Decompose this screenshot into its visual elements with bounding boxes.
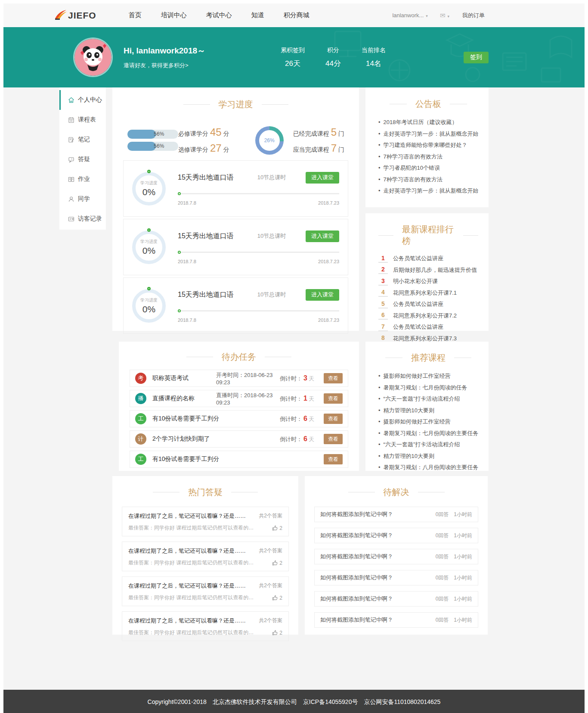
nav-home[interactable]: 首页 bbox=[129, 11, 142, 19]
copyright-text: Copyright©2001-2018 北京杰佛软件技术开发有限公司 京ICP备… bbox=[148, 698, 441, 706]
pending-item: 如何将截图添加到笔记中啊？ 0回答1小时前 bbox=[314, 570, 478, 585]
view-button[interactable]: 查看 bbox=[324, 414, 343, 424]
ranking-item[interactable]: 3明小花水彩公开课 bbox=[378, 276, 478, 287]
logo[interactable]: JIEFO bbox=[54, 9, 96, 22]
pending-question[interactable]: 如何将截图添加到笔记中啊？ bbox=[320, 553, 393, 560]
recommended-item[interactable]: “六天一套题”打卡活动流程介绍 bbox=[378, 393, 478, 405]
pending-question[interactable]: 如何将截图添加到笔记中啊？ bbox=[320, 574, 393, 582]
section-title-announcements: 公告板 bbox=[378, 98, 478, 110]
sidebar-item-personal-center[interactable]: 个人中心 bbox=[59, 90, 106, 110]
course-title[interactable]: 15天秀出地道口语 bbox=[178, 173, 234, 182]
logo-swoosh-icon bbox=[54, 9, 67, 22]
announcement-item[interactable]: 走好英语学习第一步：就从新概念开始 bbox=[378, 185, 478, 197]
due-courses-label: 应当完成课程7门 bbox=[293, 142, 344, 154]
my-orders-link[interactable]: 我的订单 bbox=[462, 12, 485, 19]
section-title-ranking: 最新课程排行榜 bbox=[378, 224, 478, 247]
username-dropdown[interactable]: lanlanwork...▾ bbox=[392, 12, 428, 19]
countdown: 倒计时：1天 bbox=[280, 395, 314, 403]
thumbs-up-icon bbox=[272, 595, 278, 601]
announcement-item[interactable]: 2018年考试日历（建议收藏） bbox=[378, 117, 478, 128]
elective-credit-label: 选修课学分27分 bbox=[178, 142, 229, 154]
course-timeline bbox=[178, 251, 339, 254]
view-button[interactable]: 查看 bbox=[324, 373, 343, 383]
pending-item: 如何将截图添加到笔记中啊？ 0回答1小时前 bbox=[314, 549, 478, 564]
sidebar-item-notes[interactable]: 笔记 bbox=[59, 130, 106, 149]
ranking-item[interactable]: 2后期做好那几步，能迅速提升价值 bbox=[378, 265, 478, 276]
sidebar-item-homework[interactable]: 作业 bbox=[59, 169, 106, 189]
view-button[interactable]: 查看 bbox=[324, 393, 343, 404]
course-lessons: 10节总课时 bbox=[257, 291, 286, 299]
view-button[interactable]: 查看 bbox=[324, 454, 343, 464]
todo-row-grading: 工 有10份试卷需要手工判分 查看 bbox=[130, 451, 348, 468]
stat-points: 积分 44分 bbox=[325, 47, 341, 68]
likes[interactable]: 2 bbox=[272, 525, 282, 531]
mail-dropdown[interactable]: ✉▾ bbox=[440, 12, 449, 19]
section-title-todo: 待办任务 bbox=[130, 351, 348, 363]
nav-points-mall[interactable]: 积分商城 bbox=[284, 11, 309, 19]
invite-friends-link[interactable]: 邀请好友，获得更多积分> bbox=[124, 62, 240, 69]
pending-question[interactable]: 如何将截图添加到笔记中啊？ bbox=[320, 532, 393, 539]
pending-question[interactable]: 如何将截图添加到笔记中啊？ bbox=[320, 616, 393, 624]
sign-in-button[interactable]: 签到 bbox=[464, 52, 489, 63]
qa-item: 在课程过期了之后，笔记还可以看嘛？还是……共2个答案 最佳答案：同学你好 课程过… bbox=[122, 576, 289, 606]
recommended-item[interactable]: 精力管理的10大要则 bbox=[378, 451, 478, 462]
sidebar-item-qa[interactable]: 答疑 bbox=[59, 149, 106, 169]
recommended-item[interactable]: 精力管理的10大要则 bbox=[378, 405, 478, 417]
completed-courses-label: 已经完成课程5门 bbox=[293, 126, 344, 138]
nav-exam-center[interactable]: 考试中心 bbox=[206, 11, 232, 19]
nav-training-center[interactable]: 培训中心 bbox=[161, 11, 187, 19]
ranking-item[interactable]: 7公务员笔试公益讲座 bbox=[378, 321, 478, 333]
enter-classroom-button[interactable]: 进入课堂 bbox=[306, 230, 339, 242]
home-icon bbox=[68, 97, 74, 103]
course-title[interactable]: 15天秀出地道口语 bbox=[178, 232, 234, 241]
course-completion-donut: 26% bbox=[255, 126, 284, 155]
qa-question[interactable]: 在课程过期了之后，笔记还可以看嘛？还是…… bbox=[128, 547, 246, 555]
ranking-item[interactable]: 6花间意系列水彩公开课7.2 bbox=[378, 310, 478, 322]
sidebar-item-visitor-log[interactable]: 访客记录 bbox=[59, 209, 106, 229]
view-button[interactable]: 查看 bbox=[324, 434, 343, 444]
likes[interactable]: 2 bbox=[272, 595, 282, 601]
recommended-item[interactable]: 暑期复习规划：七月份阅读的主要任务 bbox=[378, 428, 478, 439]
announcement-item[interactable]: 7种学习语言的有效方法 bbox=[378, 151, 478, 163]
note-pen-icon bbox=[68, 137, 74, 143]
announcement-item[interactable]: 走好英语学习第一步：就从新概念开始 bbox=[378, 128, 478, 140]
nav-zhidao[interactable]: 知道 bbox=[251, 11, 264, 19]
ranking-item[interactable]: 1公务员笔试公益讲座 bbox=[378, 253, 478, 265]
ranking-item[interactable]: 5公务员笔试公益讲座 bbox=[378, 299, 478, 310]
course-title[interactable]: 15天秀出地道口语 bbox=[178, 290, 234, 299]
page: JIEFO 首页 培训中心 考试中心 知道 积分商城 lanlanwork...… bbox=[3, 3, 585, 713]
ranking-item[interactable]: 4花间意系列水彩公开课7.1 bbox=[378, 287, 478, 299]
qa-question[interactable]: 在课程过期了之后，笔记还可以看嘛？还是…… bbox=[128, 582, 246, 590]
todo-row-grading: 工 有10份试卷需要手工判分 倒计时：6天 查看 bbox=[130, 410, 348, 427]
exam-badge-icon: 考 bbox=[135, 373, 146, 384]
hero-banner: Hi, lanlanwork2018～ 邀请好友，获得更多积分> 累积签到 26… bbox=[3, 27, 585, 87]
course-start-date: 2018.7.8 bbox=[178, 259, 196, 264]
qa-question[interactable]: 在课程过期了之后，笔记还可以看嘛？还是…… bbox=[128, 617, 246, 625]
recommended-item[interactable]: “六天一套题”打卡活动流程介绍 bbox=[378, 439, 478, 451]
sidebar-item-label: 访客记录 bbox=[78, 215, 102, 223]
announcement-item[interactable]: 学习建造师能给你带来哪些好处？ bbox=[378, 140, 478, 151]
grading-badge-icon: 工 bbox=[135, 454, 146, 465]
pending-question[interactable]: 如何将截图添加到笔记中啊？ bbox=[320, 511, 393, 518]
recommended-item[interactable]: 暑期复习规划：八月份阅读的主要任务 bbox=[378, 462, 478, 473]
qa-item: 在课程过期了之后，笔记还可以看嘛？还是……共2个答案 最佳答案：同学你好 课程过… bbox=[122, 542, 289, 571]
recommended-item[interactable]: 摄影师如何做好工作室经营 bbox=[378, 416, 478, 428]
qa-item: 在课程过期了之后，笔记还可以看嘛？还是……共2个答案 最佳答案：同学你好 课程过… bbox=[122, 507, 289, 536]
sidebar-item-classmates[interactable]: 同学 bbox=[59, 189, 106, 209]
pending-question[interactable]: 如何将截图添加到笔记中啊？ bbox=[320, 595, 393, 603]
likes[interactable]: 2 bbox=[272, 630, 282, 636]
sidebar-item-schedule[interactable]: 课程表 bbox=[59, 110, 106, 130]
likes[interactable]: 2 bbox=[272, 560, 282, 566]
avatar[interactable] bbox=[74, 39, 111, 76]
enter-classroom-button[interactable]: 进入课堂 bbox=[306, 289, 339, 301]
announcement-item[interactable]: 7种学习语言的有效方法 bbox=[378, 174, 478, 186]
course-timeline bbox=[178, 192, 339, 195]
recommended-item[interactable]: 摄影师如何做好工作室经营 bbox=[378, 371, 478, 382]
announcement-item[interactable]: 学习者易犯的10个错误 bbox=[378, 162, 478, 174]
qa-question[interactable]: 在课程过期了之后，笔记还可以看嘛？还是…… bbox=[128, 512, 246, 520]
hero-stats: 累积签到 26天 积分 44分 当前排名 14名 bbox=[281, 47, 386, 68]
recommended-item[interactable]: 暑期复习规划：七月份阅读的任务 bbox=[378, 382, 478, 394]
enter-classroom-button[interactable]: 进入课堂 bbox=[306, 172, 339, 184]
course-lessons: 10节总课时 bbox=[257, 174, 286, 181]
top-navbar: JIEFO 首页 培训中心 考试中心 知道 积分商城 lanlanwork...… bbox=[3, 3, 585, 27]
